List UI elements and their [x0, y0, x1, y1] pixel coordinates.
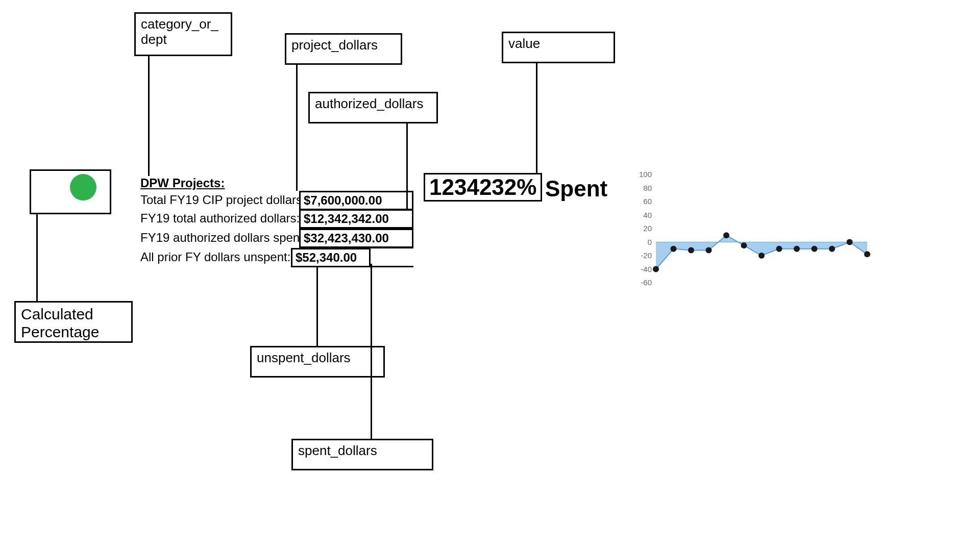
svg-point-11: [829, 246, 835, 252]
svg-point-1: [653, 266, 659, 272]
node-label: value: [508, 36, 540, 51]
sparkline-ytick: 100: [631, 170, 652, 179]
card-line-label: FY19 total authorized dollars:: [140, 211, 300, 226]
sparkline-svg: [630, 172, 870, 285]
svg-point-3: [688, 247, 694, 253]
node-label: unspent_dollars: [257, 350, 351, 365]
sparkline-ytick: -60: [631, 278, 652, 287]
edge: [536, 63, 537, 173]
status-dot-icon: [70, 174, 96, 201]
edge: [291, 266, 413, 267]
svg-point-8: [776, 246, 782, 252]
sparkline-chart: [630, 172, 870, 285]
svg-point-13: [864, 251, 870, 257]
percent-value-box: 1234232%: [424, 173, 542, 202]
card-line-label: Total FY19 CIP project dollars:: [140, 193, 306, 207]
node-value: value: [502, 32, 615, 63]
sparkline-ytick: 20: [631, 224, 652, 233]
card-line-label: FY19 authorized dollars spent:: [140, 231, 307, 245]
node-label: CalculatedPercentage: [21, 306, 99, 340]
svg-point-9: [794, 246, 800, 252]
spent-label: Spent: [545, 176, 607, 202]
edge: [371, 264, 372, 439]
node-spent-dollars: spent_dollars: [291, 439, 433, 470]
node-label: authorized_dollars: [315, 96, 423, 111]
card-line-value: $32,423,430.00: [299, 229, 413, 248]
sparkline-ytick: 80: [631, 184, 652, 192]
status-card: [30, 169, 111, 214]
edge: [296, 65, 298, 191]
node-calculated-percentage: CalculatedPercentage: [14, 301, 133, 343]
edge: [406, 123, 408, 209]
svg-point-7: [758, 253, 765, 259]
card-line-label: All prior FY dollars unspent:: [140, 250, 290, 264]
svg-point-10: [812, 246, 818, 252]
edge: [148, 56, 150, 176]
svg-point-5: [723, 232, 729, 238]
svg-point-4: [706, 247, 712, 253]
sparkline-ytick: -20: [631, 251, 652, 260]
sparkline-ytick: 60: [631, 197, 652, 206]
card-line-value: $12,342,342.00: [299, 209, 413, 229]
percent-value: 1234232%: [429, 174, 536, 199]
node-label: category_or_dept: [141, 16, 218, 47]
sparkline-ytick: -40: [631, 265, 652, 273]
node-category-or-dept: category_or_dept: [134, 12, 232, 56]
svg-point-2: [671, 246, 677, 252]
svg-point-12: [847, 239, 853, 245]
node-project-dollars: project_dollars: [285, 33, 402, 65]
sparkline-ytick: 40: [631, 211, 652, 219]
card-line-value: $52,340.00: [291, 248, 371, 267]
sparkline-ytick: 0: [631, 238, 652, 246]
node-unspent-dollars: unspent_dollars: [250, 346, 385, 378]
card-line-value: $7,600,000.00: [299, 191, 413, 210]
edge: [36, 214, 38, 301]
edge: [316, 266, 318, 346]
edge: [314, 247, 413, 248]
node-label: spent_dollars: [298, 443, 377, 458]
node-authorized-dollars: authorized_dollars: [308, 92, 438, 123]
card-title: DPW Projects:: [140, 176, 225, 190]
node-label: project_dollars: [291, 37, 378, 53]
svg-point-6: [741, 242, 747, 248]
